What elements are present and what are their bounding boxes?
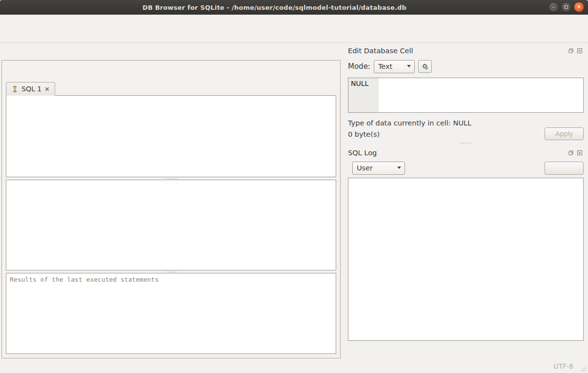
log-filter-row: User [348, 159, 584, 177]
title-bar[interactable]: DB Browser for SQLite - /home/user/code/… [0, 0, 588, 15]
sql-log-view[interactable] [348, 178, 584, 341]
apply-button[interactable]: Apply [545, 127, 584, 140]
window-controls: – ✕ [548, 2, 584, 12]
app-window: DB Browser for SQLite - /home/user/code/… [0, 0, 588, 373]
bottom-tab-bar [348, 344, 584, 359]
main-toolbar [0, 27, 588, 43]
sql-log-dock-header: SQL Log [348, 146, 584, 159]
left-pane: SQL 1 Results of the last executed state… [0, 43, 342, 359]
cell-size-info: 0 byte(s) [348, 129, 471, 140]
float-dock-icon[interactable] [568, 149, 574, 156]
close-tab-icon[interactable] [44, 86, 50, 92]
resize-grip[interactable] [581, 366, 587, 372]
maximize-icon[interactable] [561, 2, 571, 12]
float-dock-icon[interactable] [568, 47, 574, 54]
cell-info-row: Type of data currently in cell: NULL 0 b… [348, 118, 584, 140]
window-title: DB Browser for SQLite - /home/user/code/… [0, 4, 549, 11]
edit-cell-title: Edit Database Cell [348, 47, 413, 55]
results-message-box[interactable]: Results of the last executed statements [6, 273, 336, 354]
mode-value: Text [378, 62, 392, 70]
main-area: SQL 1 Results of the last executed state… [0, 43, 588, 359]
cell-null-indicator: NULL [348, 78, 379, 112]
sql-editor[interactable] [6, 95, 336, 177]
sql-editor-tab[interactable]: SQL 1 [6, 82, 55, 96]
cell-type-info: Type of data currently in cell: NULL [348, 118, 471, 129]
log-filter-value: User [357, 164, 373, 172]
log-filter-select[interactable]: User [352, 162, 405, 175]
dock-splitter[interactable] [348, 140, 584, 146]
sql-toolbar [6, 63, 336, 80]
execute-sql-panel: SQL 1 Results of the last executed state… [1, 60, 341, 358]
right-panel: Edit Database Cell Mode: Text NULL [342, 43, 588, 359]
close-dock-icon[interactable] [576, 149, 583, 156]
close-dock-icon[interactable] [576, 47, 583, 54]
sql-tab-bar: SQL 1 [6, 80, 336, 95]
minimize-icon[interactable]: – [548, 2, 559, 12]
chevron-down-icon [397, 166, 401, 169]
cell-editor-body[interactable] [379, 78, 583, 112]
menu-bar [0, 15, 588, 27]
results-message: Results of the last executed statements [10, 276, 159, 283]
sql-log-title: SQL Log [348, 149, 377, 157]
mode-label: Mode: [348, 62, 370, 71]
status-bar: UTF-8 [0, 359, 588, 373]
cell-mode-row: Mode: Text [348, 57, 584, 76]
apply-mode-button[interactable] [418, 60, 432, 73]
close-icon[interactable]: ✕ [574, 2, 584, 12]
edit-cell-dock-header: Edit Database Cell [348, 44, 584, 57]
encoding-indicator[interactable]: UTF-8 [553, 362, 573, 370]
clear-log-button[interactable] [545, 162, 584, 175]
cell-editor[interactable]: NULL [348, 78, 584, 113]
main-tab-bar [0, 43, 342, 60]
chevron-down-icon [407, 65, 411, 67]
hourglass-icon [11, 85, 19, 93]
results-grid[interactable] [6, 180, 336, 270]
mode-select[interactable]: Text [374, 60, 415, 73]
sql-tab-label: SQL 1 [21, 85, 41, 93]
